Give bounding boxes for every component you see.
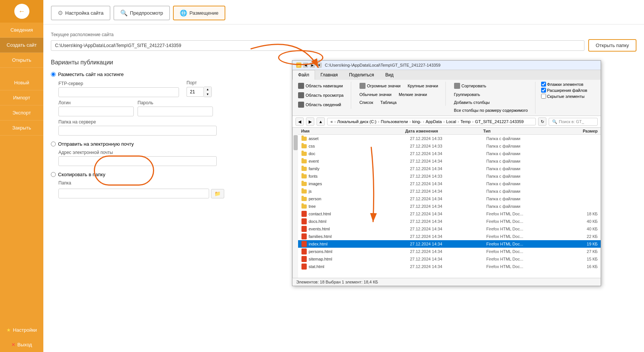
extensions-checkbox[interactable]	[541, 88, 546, 93]
sidebar-item-import[interactable]: Импорт	[0, 90, 43, 105]
sidebar-item-svedenia[interactable]: Сведения	[0, 23, 43, 38]
fe-scroll-col[interactable]	[292, 128, 298, 278]
fe-tab-view[interactable]: Вид	[379, 70, 399, 80]
fe-check-hidden[interactable]: Скрытые элементы	[541, 94, 587, 99]
port-up-button[interactable]: ▲	[204, 87, 211, 92]
radio-email-label[interactable]: Отправить на электронную почту	[58, 141, 134, 147]
copy-folder-input[interactable]	[58, 189, 209, 198]
col-date-header[interactable]: Дата изменения	[405, 129, 483, 133]
sidebar: ← Сведения Создать сайт Открыть Новый Им…	[0, 0, 43, 352]
table-row[interactable]: fonts27.12.2024 14:33Папка с файлами	[298, 172, 601, 180]
fe-back-btn[interactable]: ◀	[295, 117, 304, 126]
password-input[interactable]	[138, 107, 213, 116]
table-row[interactable]: tree27.12.2024 14:34Папка с файлами	[298, 203, 601, 210]
file-date: 27.12.2024 14:34	[410, 257, 485, 261]
sidebar-item-eksport[interactable]: Экспорт	[0, 105, 43, 120]
table-row[interactable]: contact.html27.12.2024 14:34Firefox HTML…	[298, 210, 601, 218]
table-row[interactable]: css27.12.2024 14:33Папка с файлами	[298, 142, 601, 150]
fe-all-cols-btn[interactable]: Все столбцы по размеру содержимого	[451, 107, 531, 114]
sidebar-item-otkryt[interactable]: Открыть	[0, 53, 43, 68]
radio-copy-label[interactable]: Скопировать в папку	[58, 172, 105, 177]
table-row[interactable]: sitemap.html27.12.2024 14:34Firefox HTML…	[298, 255, 601, 263]
table-row[interactable]: event27.12.2024 14:34Папка с файлами	[298, 157, 601, 165]
fe-ribbon: Файл Главная Поделиться Вид Область нав	[292, 70, 601, 116]
radio-hosting-input[interactable]	[51, 72, 56, 77]
file-icon	[301, 256, 307, 262]
nastroika-button[interactable]: ⚙ Настройка сайта	[51, 6, 110, 20]
file-name: css	[309, 144, 408, 148]
file-icon	[301, 264, 307, 270]
open-folder-button[interactable]: Открыть папку	[588, 39, 636, 52]
fe-nav-panel-btn[interactable]: Область навигации	[295, 82, 346, 90]
radio-copy-input[interactable]	[51, 172, 56, 177]
gear-icon: ⚙	[58, 9, 63, 17]
fe-up-btn[interactable]: ▲	[317, 117, 325, 126]
fe-view-area-btn[interactable]: Область просмотра	[295, 91, 346, 99]
fe-details-area-btn[interactable]: Область сведений	[295, 101, 346, 109]
port-down-button[interactable]: ▼	[204, 92, 211, 97]
sidebar-item-vyhod[interactable]: ✕ Выход	[0, 337, 43, 352]
breadcrumb-sep-2: ›	[409, 119, 411, 124]
fe-tab-home[interactable]: Главная	[315, 70, 344, 80]
sidebar-item-zakryt[interactable]: Закрыть	[0, 120, 43, 136]
sidebar-item-novyi[interactable]: Новый	[0, 75, 43, 90]
file-name: asset	[309, 136, 408, 141]
server-folder-input[interactable]	[58, 126, 217, 136]
fe-huge-icons-btn[interactable]: Огромные значки	[357, 82, 403, 90]
col-type-header[interactable]: Тип	[483, 129, 561, 133]
nav-icon	[298, 83, 304, 89]
current-path-label: Текущее расположение сайта	[51, 32, 636, 37]
email-input[interactable]	[58, 156, 217, 166]
fe-list-btn[interactable]: Список	[357, 99, 376, 106]
table-row[interactable]: js27.12.2024 14:34Папка с файлами	[298, 187, 601, 195]
table-row[interactable]: persons.html27.12.2024 14:34Firefox HTML…	[298, 248, 601, 255]
fe-table-btn[interactable]: Таблица	[378, 99, 399, 106]
radio-hosting-label[interactable]: Разместить сайт на хостинге	[58, 72, 124, 77]
ftp-server-input[interactable]	[58, 87, 179, 97]
razmeshenie-button[interactable]: 🌐 Размещение	[173, 6, 225, 20]
col-name-header[interactable]: Имя	[301, 129, 405, 133]
table-row[interactable]: events.html27.12.2024 14:34Firefox HTML …	[298, 225, 601, 233]
table-row[interactable]: doc27.12.2024 14:34Папка с файлами	[298, 150, 601, 157]
fe-path-bar: C:\Users\king-\AppData\Local\Temp\GT_SIT…	[325, 63, 597, 67]
ftp-port-input[interactable]	[187, 87, 203, 97]
path-input[interactable]	[51, 40, 584, 51]
flags-checkbox[interactable]	[541, 82, 546, 87]
folder-icon	[301, 181, 307, 187]
table-row[interactable]: asset27.12.2024 14:33Папка с файлами	[298, 135, 601, 142]
browse-icon: 📁	[214, 191, 221, 197]
file-date: 27.12.2024 14:34	[410, 151, 485, 156]
login-input[interactable]	[58, 107, 134, 116]
fe-refresh-btn[interactable]: ↻	[538, 117, 546, 126]
col-size-header[interactable]: Размер	[561, 129, 598, 133]
table-row[interactable]: index.html27.12.2024 14:34Firefox HTML D…	[298, 240, 601, 248]
table-row[interactable]: images27.12.2024 14:34Папка с файлами	[298, 180, 601, 187]
table-row[interactable]: stat.html27.12.2024 14:34Firefox HTML Do…	[298, 263, 601, 270]
fe-forward-btn[interactable]: ▶	[306, 117, 314, 126]
sidebar-item-sozdat-sait[interactable]: Создать сайт	[0, 38, 43, 53]
table-row[interactable]: person27.12.2024 14:34Папка с файлами	[298, 195, 601, 203]
folder-browse-button[interactable]: 📁	[211, 189, 224, 198]
predprosmotr-button[interactable]: 🔍 Предпросмотр	[113, 6, 170, 20]
hidden-checkbox[interactable]	[541, 94, 546, 99]
back-button[interactable]: ←	[14, 4, 29, 19]
fe-tab-share[interactable]: Поделиться	[343, 70, 379, 80]
table-row[interactable]: family27.12.2024 14:34Папка с файлами	[298, 165, 601, 172]
fe-add-cols-btn[interactable]: Добавить столбцы	[451, 99, 531, 106]
fe-check-flags[interactable]: Флажки элементов	[541, 82, 587, 87]
fe-ribbon-check-group: Флажки элементов Расширения файлов Скрыт…	[541, 82, 592, 99]
fe-check-ext[interactable]: Расширения файлов	[541, 88, 587, 93]
sidebar-item-nastroiki[interactable]: ★ Настройки	[0, 323, 43, 337]
fe-normal-icons-btn[interactable]: Обычные значки	[357, 91, 394, 98]
file-type: Папка с файлами	[486, 197, 561, 201]
fe-large-icons-btn[interactable]: Крупные значки	[405, 82, 441, 89]
fe-folder-icon: 📁	[296, 62, 301, 68]
fe-group-btn[interactable]: Группировать	[451, 91, 531, 98]
fe-tab-file[interactable]: Файл	[292, 70, 315, 80]
radio-email-input[interactable]	[51, 142, 56, 146]
table-row[interactable]: docs.html27.12.2024 14:34Firefox HTML Do…	[298, 218, 601, 225]
sidebar-logo[interactable]: ←	[0, 0, 43, 23]
fe-sort-btn[interactable]: Сортировать	[451, 82, 531, 90]
table-row[interactable]: families.html27.12.2024 14:34Firefox HTM…	[298, 233, 601, 240]
fe-small-icons-btn[interactable]: Мелкие значки	[396, 91, 430, 98]
